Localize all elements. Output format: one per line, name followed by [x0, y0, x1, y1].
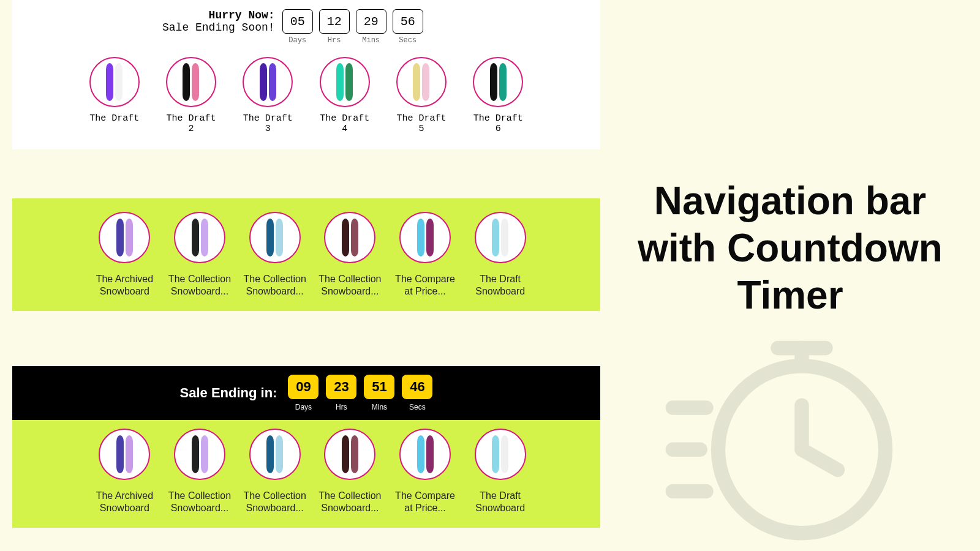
countdown-banner-light: Hurry Now: Sale Ending Soon! 05 Days 12 …: [162, 9, 527, 45]
countdown-secs-value: 46: [402, 375, 432, 399]
snowboard-icon: [266, 435, 274, 473]
preview-panel-2: The Archived SnowboardThe Collection Sno…: [12, 198, 600, 311]
product-item[interactable]: The Collection Snowboard...: [317, 429, 383, 514]
product-item[interactable]: The Collection Snowboard...: [167, 429, 233, 514]
hurry-subtitle: Sale Ending Soon!: [162, 21, 275, 34]
hurry-title: Hurry Now:: [162, 9, 275, 21]
product-item[interactable]: The Collection Snowboard...: [242, 429, 307, 514]
snowboard-icon: [201, 435, 208, 473]
product-item[interactable]: The Collection Snowboard...: [317, 212, 383, 298]
countdown-days: 09 Days: [288, 375, 318, 411]
product-item[interactable]: The Draft Snowboard: [467, 212, 533, 298]
page-heading: Navigation bar with Countdown Timer: [616, 178, 965, 318]
product-label: The Draft 2: [162, 113, 219, 134]
product-thumbnail: [99, 212, 150, 263]
product-label: The Archived Snowboard: [92, 490, 157, 514]
product-item[interactable]: The Collection Snowboard...: [242, 212, 307, 298]
product-label: The Collection Snowboard...: [317, 490, 383, 514]
countdown-days-label: Days: [282, 36, 313, 45]
snowboard-icon: [426, 435, 434, 473]
countdown-secs-label: Secs: [393, 36, 423, 45]
countdown-secs: 56 Secs: [393, 9, 423, 45]
hurry-text: Hurry Now: Sale Ending Soon!: [162, 9, 275, 34]
countdown-hrs: 23 Hrs: [326, 375, 356, 411]
preview-panel-3: Sale Ending in: 09 Days 23 Hrs 51 Mins 4…: [12, 366, 600, 528]
snowboard-icon: [492, 219, 499, 257]
snowboard-icon: [201, 219, 208, 257]
snowboard-icon: [116, 219, 124, 257]
product-label: The Compare at Price...: [393, 490, 458, 514]
product-item[interactable]: The Draft Snowboard: [467, 429, 533, 514]
product-thumbnail: [99, 429, 150, 480]
product-label: The Draft 3: [239, 113, 296, 134]
product-thumbnail: [174, 212, 225, 263]
product-thumbnail: [174, 429, 225, 480]
product-label: The Draft Snowboard: [467, 273, 533, 298]
product-thumbnail: [249, 429, 301, 480]
product-label: The Compare at Price...: [393, 273, 458, 298]
snowboard-icon: [342, 219, 349, 257]
countdown-hrs-label: Hrs: [319, 36, 350, 45]
snowboard-icon: [126, 435, 133, 473]
snowboard-icon: [499, 63, 507, 101]
snowboard-icon: [351, 435, 358, 473]
product-item[interactable]: The Compare at Price...: [393, 429, 458, 514]
product-thumbnail: [89, 57, 140, 107]
product-label: The Archived Snowboard: [92, 273, 157, 298]
countdown-hrs-label: Hrs: [326, 403, 356, 411]
product-thumbnail: [324, 212, 375, 263]
product-thumbnail: [324, 429, 375, 480]
product-label: The Draft 6: [470, 113, 527, 134]
product-label: The Collection Snowboard...: [317, 273, 383, 298]
svg-line-2: [802, 449, 838, 470]
countdown-mins-label: Mins: [364, 403, 394, 411]
product-thumbnail: [399, 429, 451, 480]
snowboard-icon: [192, 435, 199, 473]
snowboard-icon: [417, 219, 424, 257]
product-label: The Collection Snowboard...: [242, 490, 307, 514]
snowboard-icon: [351, 219, 358, 257]
product-item[interactable]: The Collection Snowboard...: [167, 212, 233, 298]
product-thumbnail: [249, 212, 301, 263]
countdown-row-dark: 09 Days 23 Hrs 51 Mins 46 Secs: [288, 375, 432, 411]
product-item[interactable]: The Compare at Price...: [393, 212, 458, 298]
product-label: The Collection Snowboard...: [167, 490, 233, 514]
snowboard-icon: [501, 435, 508, 473]
product-thumbnail: [166, 57, 216, 107]
snowboard-icon: [192, 63, 199, 101]
product-label: The Collection Snowboard...: [167, 273, 233, 298]
product-item[interactable]: The Draft: [86, 57, 143, 134]
stopwatch-icon: [649, 312, 907, 551]
product-thumbnail: [475, 212, 526, 263]
product-item[interactable]: The Draft 3: [239, 57, 296, 134]
product-label: The Draft 4: [316, 113, 373, 134]
countdown-days-label: Days: [288, 403, 318, 411]
preview-panel-1: Hurry Now: Sale Ending Soon! 05 Days 12 …: [12, 0, 600, 149]
product-item[interactable]: The Archived Snowboard: [92, 212, 157, 298]
sale-ending-title: Sale Ending in:: [180, 385, 277, 401]
product-thumbnail: [243, 57, 293, 107]
countdown-secs-value: 56: [393, 9, 423, 34]
product-row-3: The Archived SnowboardThe Collection Sno…: [92, 429, 533, 514]
snowboard-icon: [115, 63, 123, 101]
snowboard-icon: [490, 63, 497, 101]
product-item[interactable]: The Draft 2: [162, 57, 219, 134]
snowboard-icon: [336, 63, 344, 101]
countdown-mins: 51 Mins: [364, 375, 394, 411]
snowboard-icon: [269, 63, 276, 101]
countdown-secs: 46 Secs: [402, 375, 432, 411]
product-item[interactable]: The Draft 4: [316, 57, 373, 134]
snowboard-icon: [266, 219, 274, 257]
snowboard-icon: [276, 219, 283, 257]
product-thumbnail: [399, 212, 451, 263]
product-item[interactable]: The Archived Snowboard: [92, 429, 157, 514]
countdown-row: 05 Days 12 Hrs 29 Mins 56 Secs: [282, 9, 423, 45]
snowboard-icon: [501, 219, 508, 257]
product-row-2: The Archived SnowboardThe Collection Sno…: [92, 212, 533, 298]
snowboard-icon: [492, 435, 499, 473]
product-item[interactable]: The Draft 6: [470, 57, 527, 134]
product-thumbnail: [473, 57, 523, 107]
product-item[interactable]: The Draft 5: [393, 57, 450, 134]
snowboard-icon: [342, 435, 349, 473]
countdown-hrs-value: 23: [326, 375, 356, 399]
